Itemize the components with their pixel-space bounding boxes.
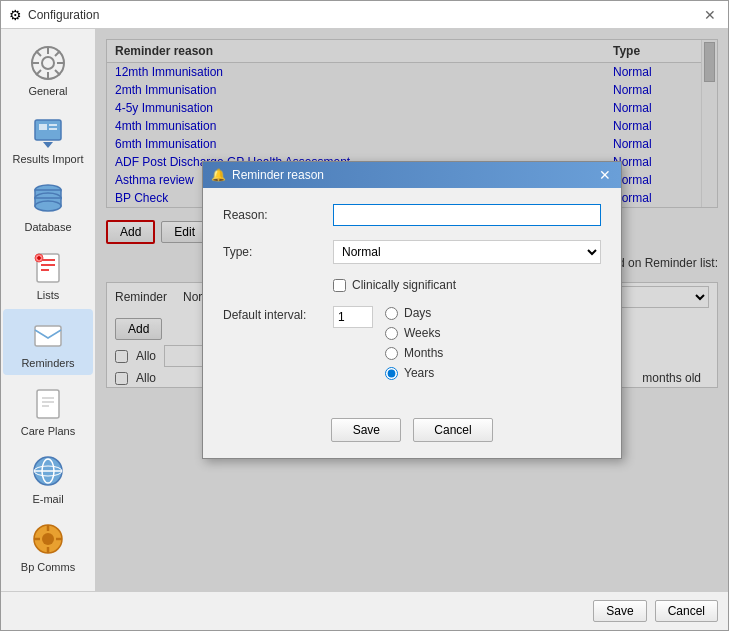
bottom-toolbar: Save Cancel — [1, 591, 728, 630]
content-area: General Results Import — [1, 29, 728, 591]
email-icon — [28, 451, 68, 491]
interval-input[interactable]: 1 — [333, 306, 373, 328]
years-radio-row: Years — [385, 366, 443, 380]
svg-rect-10 — [35, 120, 61, 140]
database-icon — [28, 179, 68, 219]
interval-label: Default interval: — [223, 306, 333, 322]
bp-comms-icon — [28, 519, 68, 559]
sidebar-item-results-import[interactable]: Results Import — [3, 105, 93, 171]
care-plans-icon — [28, 383, 68, 423]
modal-save-button[interactable]: Save — [331, 418, 401, 442]
main-window: ⚙ Configuration ✕ — [0, 0, 729, 631]
months-radio-row: Months — [385, 346, 443, 360]
modal-icon: 🔔 — [211, 168, 226, 182]
years-radio[interactable] — [385, 367, 398, 380]
sidebar-label-results-import: Results Import — [13, 153, 84, 165]
sidebar-item-email[interactable]: E-mail — [3, 445, 93, 511]
window-close-button[interactable]: ✕ — [700, 7, 720, 23]
title-bar-left: ⚙ Configuration — [9, 7, 99, 23]
sidebar-label-lists: Lists — [37, 289, 60, 301]
svg-line-8 — [55, 51, 60, 56]
modal-overlay: 🔔 Reminder reason ✕ Reason: — [96, 29, 728, 591]
svg-rect-11 — [39, 124, 47, 130]
lists-icon — [28, 247, 68, 287]
reminder-reason-modal: 🔔 Reminder reason ✕ Reason: — [202, 161, 622, 459]
weeks-label: Weeks — [404, 326, 440, 340]
svg-rect-27 — [35, 326, 61, 346]
interval-radios: Days Weeks Months — [385, 306, 443, 380]
sidebar-item-lists[interactable]: Lists — [3, 241, 93, 307]
svg-line-7 — [55, 70, 60, 75]
svg-point-19 — [35, 201, 61, 211]
bottom-save-button[interactable]: Save — [593, 600, 646, 622]
sidebar-item-reminders[interactable]: Reminders — [3, 309, 93, 375]
general-icon — [28, 43, 68, 83]
sidebar-item-bp-comms[interactable]: Bp Comms — [3, 513, 93, 579]
sidebar-label-general: General — [28, 85, 67, 97]
bottom-cancel-button[interactable]: Cancel — [655, 600, 718, 622]
days-radio-row: Days — [385, 306, 443, 320]
sidebar: General Results Import — [1, 29, 96, 591]
type-select[interactable]: Normal Urgent Recall — [333, 240, 601, 264]
sidebar-label-reminders: Reminders — [21, 357, 74, 369]
sidebar-label-email: E-mail — [32, 493, 63, 505]
results-import-icon — [28, 111, 68, 151]
svg-point-1 — [42, 57, 54, 69]
svg-line-6 — [36, 51, 41, 56]
interval-row: Default interval: 1 Days Weeks — [223, 306, 601, 380]
clinically-sig-row: Clinically significant — [333, 278, 601, 292]
years-label: Years — [404, 366, 434, 380]
modal-footer: Save Cancel — [203, 410, 621, 458]
reason-label: Reason: — [223, 208, 333, 222]
svg-rect-28 — [37, 390, 59, 418]
months-radio[interactable] — [385, 347, 398, 360]
title-bar: ⚙ Configuration ✕ — [1, 1, 728, 29]
svg-rect-12 — [49, 124, 57, 126]
title-bar-title: Configuration — [28, 8, 99, 22]
svg-marker-14 — [43, 142, 53, 148]
title-bar-icon: ⚙ — [9, 7, 22, 23]
sidebar-label-bp-comms: Bp Comms — [21, 561, 75, 573]
clinically-sig-label: Clinically significant — [352, 278, 456, 292]
svg-point-37 — [42, 533, 54, 545]
modal-body: Reason: Type: Normal Urgent Recall — [203, 188, 621, 410]
reason-input[interactable] — [333, 204, 601, 226]
weeks-radio-row: Weeks — [385, 326, 443, 340]
reminders-icon — [28, 315, 68, 355]
main-panel: Reminder reason Type 12mth Immunisation … — [96, 29, 728, 591]
weeks-radio[interactable] — [385, 327, 398, 340]
reason-field-row: Reason: — [223, 204, 601, 226]
type-label: Type: — [223, 245, 333, 259]
months-label: Months — [404, 346, 443, 360]
sidebar-item-general[interactable]: General — [3, 37, 93, 103]
modal-title: Reminder reason — [232, 168, 324, 182]
svg-rect-13 — [49, 128, 57, 130]
sidebar-label-care-plans: Care Plans — [21, 425, 75, 437]
sidebar-item-database[interactable]: Database — [3, 173, 93, 239]
type-field-row: Type: Normal Urgent Recall — [223, 240, 601, 264]
days-label: Days — [404, 306, 431, 320]
sidebar-label-database: Database — [24, 221, 71, 233]
modal-title-bar: 🔔 Reminder reason ✕ — [203, 162, 621, 188]
sidebar-item-care-plans[interactable]: Care Plans — [3, 377, 93, 443]
clinically-sig-checkbox[interactable] — [333, 279, 346, 292]
svg-line-9 — [36, 70, 41, 75]
modal-title-left: 🔔 Reminder reason — [211, 168, 324, 182]
modal-close-button[interactable]: ✕ — [597, 168, 613, 182]
days-radio[interactable] — [385, 307, 398, 320]
modal-cancel-button[interactable]: Cancel — [413, 418, 492, 442]
